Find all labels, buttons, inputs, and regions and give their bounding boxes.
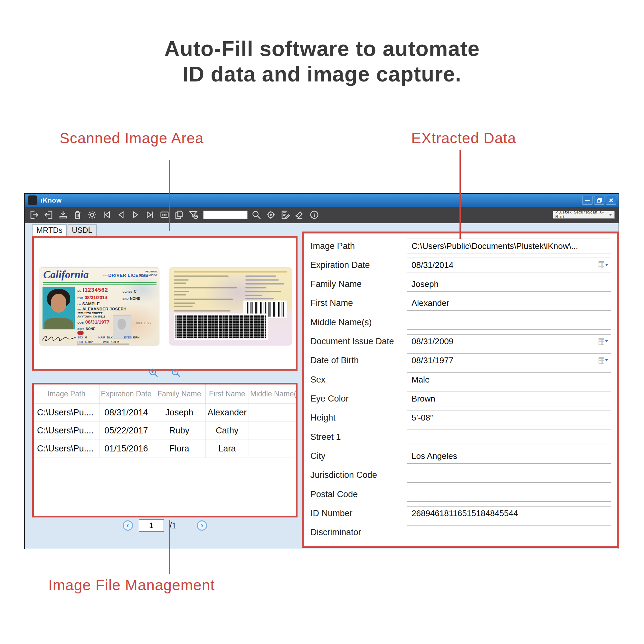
- table-cell[interactable]: Lara: [205, 440, 249, 458]
- license-address-2: ANYTOWN, CA 95818: [77, 315, 105, 318]
- table-header-row: Image PathExpiration DateFamily NameFirs…: [34, 384, 296, 404]
- postal-code-field[interactable]: [407, 487, 611, 502]
- license-back-text-line: [174, 291, 189, 292]
- column-header[interactable]: Middle Name(s): [249, 384, 296, 404]
- table-cell[interactable]: [249, 440, 296, 458]
- eye-color-field[interactable]: Brown: [407, 392, 611, 406]
- license-portrait: [43, 287, 75, 329]
- calendar-dropdown-button[interactable]: [599, 261, 608, 268]
- scanner-select[interactable]: Plustek SecureScan X-Mini: [553, 211, 615, 219]
- license-back-text-line: [245, 276, 276, 277]
- street-1-field[interactable]: [407, 430, 611, 444]
- table-row[interactable]: C:\Users\Pu....01/15/2016FloraLara: [34, 440, 296, 458]
- next-page-button[interactable]: ›: [197, 520, 207, 531]
- jurisdiction-code-field[interactable]: [407, 468, 611, 483]
- license-back-text-line: [174, 306, 193, 307]
- column-header[interactable]: Family Name: [153, 384, 205, 404]
- license-dl-row: DL I1234562: [77, 287, 108, 293]
- license-side-date: 08311977: [136, 321, 151, 325]
- column-header[interactable]: Image Path: [34, 384, 99, 404]
- minimize-button[interactable]: [582, 196, 592, 205]
- search-input[interactable]: [203, 211, 248, 219]
- zoom-in-button[interactable]: [148, 367, 159, 380]
- expiration-date-field[interactable]: 08/31/2014: [407, 258, 611, 272]
- calendar-dropdown-button[interactable]: [599, 338, 608, 345]
- document-issue-date-label: Document Issue Date: [310, 336, 407, 346]
- chevron-down-icon: [605, 264, 608, 266]
- settings-icon[interactable]: [87, 209, 98, 221]
- city-field[interactable]: Los Angeles: [407, 449, 611, 464]
- tab-mrtds[interactable]: MRTDs: [32, 224, 67, 236]
- calendar-icon: [599, 357, 604, 364]
- table-cell[interactable]: Cathy: [205, 422, 249, 440]
- window-title: iKnow: [41, 196, 62, 204]
- license-address-1: 2570 24TH STREET: [77, 312, 102, 315]
- license-back-image: [169, 268, 292, 345]
- table-cell[interactable]: C:\Users\Pu....: [34, 440, 99, 458]
- previous-record-icon[interactable]: [116, 209, 127, 221]
- family-name-field[interactable]: Joseph: [407, 277, 611, 292]
- table-row[interactable]: C:\Users\Pu....08/31/2014JosephAlexander: [34, 404, 296, 422]
- date-of-birth-field[interactable]: 08/31/1977: [407, 353, 611, 368]
- table-row[interactable]: C:\Users\Pu....05/22/2017RubyCathy: [34, 422, 296, 440]
- table-cell[interactable]: C:\Users\Pu....: [34, 422, 99, 440]
- table-cell[interactable]: 05/22/2017: [99, 422, 153, 440]
- table-cell[interactable]: 08/31/2014: [99, 404, 153, 422]
- ftp-upload-icon[interactable]: FTP: [159, 209, 170, 221]
- restore-icon: [597, 198, 602, 203]
- edit-document-icon[interactable]: [280, 209, 291, 221]
- restore-button[interactable]: [594, 196, 604, 205]
- annotation-line-scanned: [169, 160, 170, 231]
- copy-document-icon[interactable]: [174, 209, 185, 221]
- target-icon[interactable]: [265, 209, 276, 221]
- page-title: Auto-Fill software to automate ID data a…: [0, 36, 644, 87]
- table-cell[interactable]: [249, 422, 296, 440]
- calendar-icon: [599, 338, 604, 345]
- discriminator-field[interactable]: [407, 525, 611, 540]
- image-path-field[interactable]: C:\Users\Public\Documents\Plustek\iKnow\…: [407, 239, 611, 253]
- last-record-icon[interactable]: [145, 209, 156, 221]
- license-back-header: [174, 271, 287, 273]
- previous-page-button[interactable]: ‹: [123, 520, 133, 531]
- id-number-field[interactable]: 26894618116515184845544: [407, 506, 611, 521]
- document-issue-date-field[interactable]: 08/31/2009: [407, 334, 611, 349]
- table-cell[interactable]: Ruby: [153, 422, 205, 440]
- sex-field[interactable]: Male: [407, 372, 611, 387]
- table-cell[interactable]: Alexander: [205, 404, 249, 422]
- license-state: California: [43, 269, 89, 281]
- license-usa: USA: [103, 274, 108, 277]
- filter-history-icon[interactable]: [188, 209, 199, 221]
- table-cell[interactable]: [249, 404, 296, 422]
- column-header[interactable]: Expiration Date: [99, 384, 153, 404]
- import-icon[interactable]: [43, 209, 54, 221]
- scanner-select-value: Plustek SecureScan X-Mini: [555, 210, 609, 219]
- delete-icon[interactable]: [72, 209, 83, 221]
- table-cell[interactable]: Flora: [153, 440, 205, 458]
- height-row: Height5’-08”: [310, 410, 611, 426]
- tab-usdl[interactable]: USDL: [68, 224, 97, 236]
- table-cell[interactable]: 01/15/2016: [99, 440, 153, 458]
- license-back-text-line: [174, 279, 189, 281]
- search-icon[interactable]: [251, 209, 262, 221]
- eraser-icon[interactable]: [294, 209, 305, 221]
- column-header[interactable]: First Name: [205, 384, 249, 404]
- height-field[interactable]: 5’-08”: [407, 411, 611, 425]
- first-record-icon[interactable]: [101, 209, 112, 221]
- table-cell[interactable]: C:\Users\Pu....: [34, 404, 99, 422]
- calendar-icon: [599, 261, 604, 268]
- close-button[interactable]: [606, 196, 616, 205]
- chevron-down-icon: [609, 214, 612, 216]
- first-name-field[interactable]: Alexander: [407, 296, 611, 311]
- calendar-dropdown-button[interactable]: [599, 357, 608, 364]
- zoom-out-button[interactable]: [171, 367, 182, 380]
- svg-text:FTP: FTP: [162, 213, 167, 217]
- info-icon[interactable]: [309, 209, 320, 221]
- table-cell[interactable]: Joseph: [153, 404, 205, 422]
- middle-names-field[interactable]: [407, 315, 611, 330]
- save-icon[interactable]: [58, 209, 69, 221]
- page-number-input[interactable]: [139, 519, 164, 532]
- license-back-text-line: [245, 283, 284, 285]
- license-back-text-line: [174, 299, 233, 300]
- export-icon[interactable]: [29, 209, 40, 221]
- next-record-icon[interactable]: [130, 209, 141, 221]
